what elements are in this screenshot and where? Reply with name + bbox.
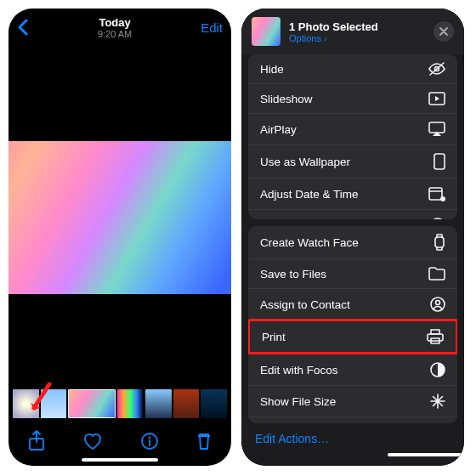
photo-canvas[interactable] bbox=[8, 46, 231, 389]
action-row-save-to-files[interactable]: Save to Files bbox=[248, 258, 457, 288]
back-button[interactable] bbox=[17, 19, 29, 36]
action-label: Create Watch Face bbox=[260, 236, 359, 249]
nav-title: Today bbox=[98, 16, 132, 29]
play-rectangle-icon bbox=[428, 92, 445, 105]
edit-button[interactable]: Edit bbox=[201, 20, 223, 35]
displayed-photo bbox=[8, 141, 231, 294]
action-list: HideSlideshowAirPlayUse as WallpaperAdju… bbox=[241, 54, 464, 423]
airplay-icon bbox=[428, 122, 445, 137]
heart-icon[interactable] bbox=[82, 432, 103, 450]
svg-point-9 bbox=[431, 218, 445, 219]
svg-rect-5 bbox=[429, 122, 445, 133]
thumbnail[interactable] bbox=[173, 389, 200, 418]
share-sheet-options-link[interactable]: Options › bbox=[289, 33, 425, 43]
action-label: Assign to Contact bbox=[260, 298, 350, 311]
action-row-create-watch-face[interactable]: Create Watch Face bbox=[248, 226, 457, 258]
thumbnail[interactable] bbox=[13, 389, 39, 418]
action-group-more: Create Watch FaceSave to FilesAssign to … bbox=[248, 226, 457, 423]
svg-rect-14 bbox=[428, 334, 443, 341]
thumbnail-selected[interactable] bbox=[68, 389, 116, 418]
eye-slash-icon bbox=[428, 62, 445, 76]
action-label: Save to Files bbox=[260, 268, 326, 280]
action-row-adjust-date-time[interactable]: Adjust Date & Time bbox=[248, 178, 457, 209]
bottom-toolbar bbox=[8, 422, 231, 466]
action-row-smd-3-5-8[interactable]: SMD 3.5.8 bbox=[248, 416, 457, 423]
share-sheet-header: 1 Photo Selected Options › bbox=[241, 8, 464, 54]
svg-point-2 bbox=[149, 437, 150, 439]
phone-icon bbox=[434, 153, 445, 170]
home-indicator bbox=[82, 458, 158, 462]
action-label: Edit with Focos bbox=[260, 364, 338, 377]
action-row-print[interactable]: Print bbox=[248, 319, 457, 354]
printer-icon bbox=[427, 329, 444, 344]
nav-subtitle: 9:20 AM bbox=[98, 29, 132, 39]
nav-title-block: Today 9:20 AM bbox=[98, 16, 132, 39]
action-label: Adjust Location bbox=[260, 219, 338, 220]
action-row-use-as-wallpaper[interactable]: Use as Wallpaper bbox=[248, 144, 457, 178]
thumbnail[interactable] bbox=[117, 389, 144, 418]
info-circle-icon bbox=[430, 218, 445, 219]
action-row-edit-with-focos[interactable]: Edit with Focos bbox=[248, 354, 457, 385]
action-row-show-file-size[interactable]: Show File Size bbox=[248, 385, 457, 416]
svg-rect-6 bbox=[434, 154, 445, 169]
edit-actions-link[interactable]: Edit Actions… bbox=[241, 423, 464, 457]
svg-point-13 bbox=[436, 301, 440, 305]
action-label: AirPlay bbox=[260, 123, 297, 136]
action-row-hide[interactable]: Hide bbox=[248, 54, 457, 83]
action-group-system: HideSlideshowAirPlayUse as WallpaperAdju… bbox=[248, 54, 457, 219]
info-icon[interactable] bbox=[140, 432, 159, 450]
svg-rect-7 bbox=[429, 188, 442, 200]
close-button[interactable] bbox=[434, 21, 454, 42]
action-row-airplay[interactable]: AirPlay bbox=[248, 113, 457, 144]
thumbnail[interactable] bbox=[41, 389, 67, 418]
svg-rect-11 bbox=[435, 237, 444, 247]
folder-icon bbox=[428, 267, 445, 280]
share-sheet-title: 1 Photo Selected bbox=[289, 20, 425, 33]
action-row-assign-to-contact[interactable]: Assign to Contact bbox=[248, 288, 457, 320]
share-sheet: 1 Photo Selected Options › HideSlideshow… bbox=[241, 8, 464, 466]
action-label: Hide bbox=[260, 63, 284, 76]
nav-bar: Today 9:20 AM Edit bbox=[8, 8, 231, 46]
svg-point-8 bbox=[440, 196, 445, 201]
action-label: Print bbox=[262, 331, 286, 343]
share-icon[interactable] bbox=[27, 430, 46, 452]
trash-icon[interactable] bbox=[196, 431, 212, 451]
action-label: Use as Wallpaper bbox=[260, 156, 350, 168]
person-circle-icon bbox=[430, 297, 445, 312]
action-label: Show File Size bbox=[260, 395, 336, 408]
calendar-badge-icon bbox=[428, 186, 445, 201]
moon-icon bbox=[430, 362, 445, 377]
svg-rect-15 bbox=[431, 330, 439, 334]
action-row-adjust-location[interactable]: Adjust Location bbox=[248, 209, 457, 219]
action-label: Adjust Date & Time bbox=[260, 188, 359, 201]
sparkle-icon bbox=[430, 394, 445, 409]
watch-icon bbox=[434, 234, 445, 251]
share-sheet-screen: 1 Photo Selected Options › HideSlideshow… bbox=[241, 8, 464, 466]
thumbnail-strip[interactable] bbox=[8, 389, 231, 422]
share-sheet-thumbnail bbox=[252, 17, 280, 46]
home-indicator bbox=[388, 453, 464, 456]
thumbnail[interactable] bbox=[201, 389, 227, 418]
action-label: Slideshow bbox=[260, 93, 313, 105]
photos-viewer-screen: Today 9:20 AM Edit bbox=[8, 8, 231, 466]
action-row-slideshow[interactable]: Slideshow bbox=[248, 83, 457, 113]
thumbnail[interactable] bbox=[145, 389, 172, 418]
